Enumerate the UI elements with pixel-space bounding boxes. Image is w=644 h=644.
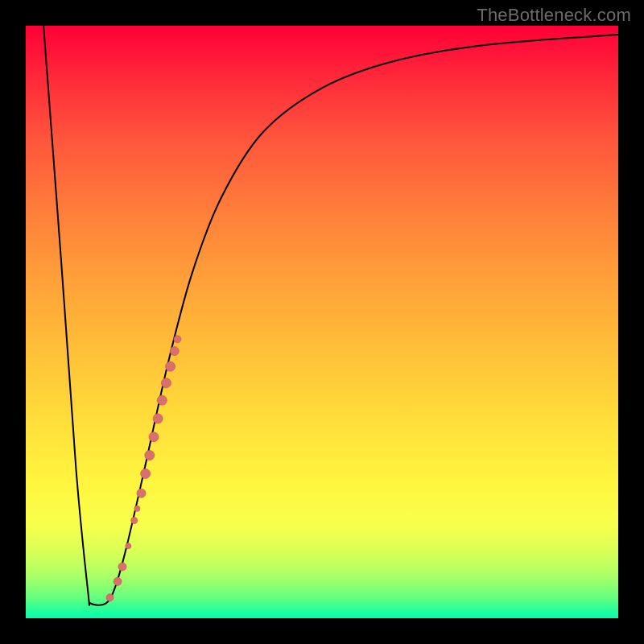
- data-marker: [170, 347, 179, 356]
- marker-group: [106, 336, 181, 601]
- data-marker: [137, 489, 146, 497]
- data-marker: [174, 336, 181, 343]
- chart-svg: [26, 26, 618, 618]
- data-marker: [134, 506, 140, 511]
- data-marker: [141, 469, 151, 478]
- bottleneck-curve: [43, 26, 618, 605]
- data-marker: [157, 395, 167, 405]
- data-marker: [114, 577, 122, 585]
- plot-area: [26, 26, 618, 618]
- data-marker: [106, 594, 114, 601]
- data-marker: [126, 543, 131, 549]
- data-marker: [153, 414, 163, 423]
- data-marker: [166, 361, 175, 371]
- data-marker: [145, 451, 155, 460]
- watermark-text: TheBottleneck.com: [477, 5, 631, 26]
- data-marker: [118, 563, 126, 571]
- data-marker: [131, 518, 138, 524]
- data-marker: [149, 432, 159, 442]
- chart-frame: TheBottleneck.com: [0, 0, 644, 644]
- data-marker: [161, 378, 171, 388]
